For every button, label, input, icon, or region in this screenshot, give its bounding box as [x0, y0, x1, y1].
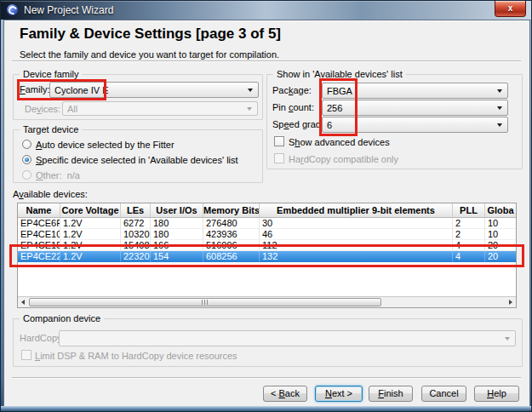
pin-count-select-value: 256 — [323, 100, 507, 113]
cell-name: EP4CE22F17C6 — [18, 251, 60, 262]
chevron-down-icon — [497, 123, 502, 127]
column-header-les[interactable]: LEs — [121, 203, 151, 218]
column-header-global[interactable]: Globa — [485, 203, 516, 218]
speed-grade-select[interactable]: 6 — [322, 117, 508, 133]
device-family-group-title: Device family — [20, 69, 82, 80]
radio-auto-device[interactable] — [22, 140, 31, 149]
cell-global: 20 — [485, 240, 516, 251]
scrollbar-thumb[interactable] — [29, 298, 381, 306]
cell-user-ios: 180 — [151, 229, 203, 240]
cell-pll: 4 — [453, 251, 485, 262]
cell-pll: 2 — [453, 229, 485, 240]
radio-auto-device-label[interactable]: Auto device selected by the Fitter — [36, 140, 174, 151]
cell-memory-bits: 423936 — [203, 229, 260, 240]
column-header-user-ios[interactable]: User I/Os — [151, 203, 203, 218]
cell-global: 10 — [485, 229, 516, 240]
available-devices-label: Available devices: — [13, 189, 88, 200]
available-devices-table: Name Core Voltage LEs User I/Os Memory B… — [17, 203, 517, 308]
help-button[interactable]: Help — [474, 386, 519, 402]
show-in-list-group-title: Show in 'Available devices' list — [273, 69, 406, 80]
horizontal-scrollbar[interactable] — [18, 296, 516, 307]
next-button[interactable]: Next > — [315, 386, 363, 402]
limit-dsp-ram-checkbox — [21, 350, 31, 360]
cell-les: 22320 — [121, 251, 151, 262]
chevron-down-icon — [497, 106, 502, 110]
radio-other-device-label: Other: n/a — [36, 170, 80, 181]
close-icon: x — [495, 1, 525, 15]
cell-les: 10320 — [121, 229, 151, 240]
table-row-selected[interactable]: EP4CE22F17C6 1.2V 22320 154 608256 132 4… — [18, 251, 516, 262]
show-advanced-checkbox[interactable] — [274, 136, 284, 146]
window-title: New Project Wizard — [24, 4, 113, 16]
table-row[interactable]: EP4CE10F17C6 1.2V 10320 180 423936 46 2 … — [18, 229, 516, 240]
cell-core-voltage: 1.2V — [60, 240, 121, 251]
cell-pll: 4 — [453, 240, 485, 251]
chevron-down-icon — [247, 107, 252, 111]
cell-les: 6272 — [121, 218, 151, 229]
radio-other-device — [22, 170, 31, 180]
column-header-name[interactable]: Name — [18, 203, 60, 218]
table-row[interactable]: EP4CE6F17C6 1.2V 6272 180 276480 30 2 10 — [18, 218, 516, 229]
cell-global: 20 — [485, 251, 516, 262]
close-button[interactable]: x — [495, 1, 526, 17]
footer-separator — [12, 377, 521, 379]
back-button[interactable]: < Back — [263, 386, 307, 402]
radio-specific-device-label[interactable]: Specific device selected in 'Available d… — [36, 155, 238, 166]
family-select-value: Cyclone IV E — [50, 83, 258, 95]
package-select[interactable]: FBGA — [322, 83, 508, 99]
pin-count-label: Pin count: — [272, 102, 314, 113]
page-subtitle: Select the family and device you want to… — [20, 49, 279, 60]
hardcopy-compatible-label: HardCopy compatible only — [289, 154, 398, 165]
header-separator — [12, 60, 521, 62]
chevron-down-icon — [505, 337, 510, 340]
cell-memory-bits: 516096 — [203, 240, 260, 251]
cancel-button[interactable]: Cancel — [421, 386, 466, 402]
cell-les: 15408 — [121, 240, 151, 251]
column-header-core-voltage[interactable]: Core Voltage — [60, 203, 121, 218]
window-bottom-border — [1, 406, 531, 411]
cell-multipliers: 30 — [260, 218, 453, 229]
pin-count-select[interactable]: 256 — [322, 100, 508, 116]
scroll-right-icon[interactable] — [505, 297, 516, 307]
devices-select: All — [62, 101, 258, 116]
app-icon — [7, 4, 18, 15]
hardcopy-compatible-checkbox — [274, 153, 284, 163]
column-header-pll[interactable]: PLL — [453, 203, 485, 218]
page-title: Family & Device Settings [page 3 of 5] — [20, 26, 281, 43]
devices-label: Devices: — [25, 104, 60, 115]
cell-name: EP4CE15F17C6 — [18, 240, 60, 251]
show-advanced-label[interactable]: Show advanced devices — [289, 137, 390, 148]
column-header-multipliers[interactable]: Embedded multiplier 9-bit elements — [260, 203, 453, 218]
finish-button[interactable]: Finish — [369, 386, 413, 402]
cell-name: EP4CE6F17C6 — [18, 218, 60, 229]
radio-specific-device[interactable] — [22, 155, 31, 164]
cell-memory-bits: 608256 — [203, 251, 260, 262]
cell-multipliers: 46 — [260, 229, 453, 240]
title-bar: New Project Wizard x — [1, 1, 531, 20]
package-select-value: FBGA — [323, 83, 507, 96]
speed-grade-label: Speed grade: — [272, 119, 329, 130]
hardcopy-select — [59, 330, 516, 346]
package-label: Package: — [272, 85, 312, 96]
cell-multipliers: 132 — [260, 251, 453, 262]
hardcopy-label: HardCopy: — [20, 333, 65, 344]
wizard-window: New Project Wizard x Family & Device Set… — [0, 0, 532, 412]
companion-device-group-title: Companion device — [20, 313, 104, 324]
hardcopy-select-value — [60, 331, 515, 334]
column-header-memory-bits[interactable]: Memory Bits — [203, 203, 260, 218]
chevron-down-icon — [248, 89, 253, 92]
cell-user-ios: 154 — [151, 251, 203, 262]
family-label: Family: — [20, 84, 49, 95]
family-select[interactable]: Cyclone IV E — [49, 82, 259, 98]
cell-name: EP4CE10F17C6 — [18, 229, 60, 240]
table-row[interactable]: EP4CE15F17C6 1.2V 15408 166 516096 112 4… — [18, 240, 516, 251]
chevron-down-icon — [497, 89, 502, 93]
cell-core-voltage: 1.2V — [60, 229, 121, 240]
devices-select-value: All — [63, 102, 257, 114]
scroll-left-icon[interactable] — [18, 297, 29, 307]
cell-user-ios: 180 — [151, 218, 203, 229]
cell-user-ios: 166 — [151, 240, 203, 251]
cell-core-voltage: 1.2V — [60, 218, 121, 229]
cell-pll: 2 — [453, 218, 485, 229]
limit-dsp-ram-label: Limit DSP & RAM to HardCopy device resou… — [35, 351, 237, 362]
